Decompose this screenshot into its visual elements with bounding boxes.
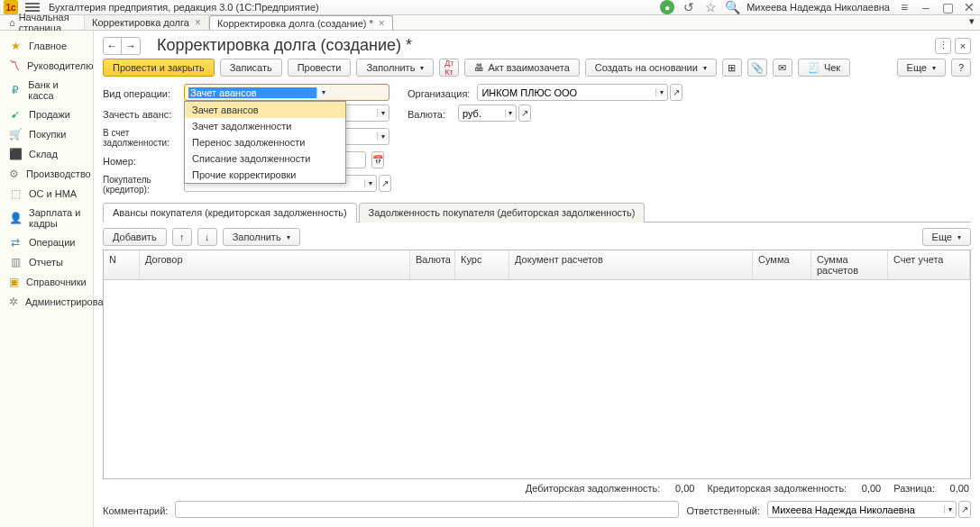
dd-item-transfer[interactable]: Перенос задолженности bbox=[185, 134, 345, 150]
dropdown-caret-icon[interactable]: ▾ bbox=[364, 179, 376, 187]
th-sumcalc[interactable]: Сумма расчетов bbox=[811, 250, 888, 279]
currency-field[interactable]: ▾ bbox=[458, 104, 517, 122]
th-n[interactable]: N bbox=[104, 250, 140, 279]
th-contract[interactable]: Договор bbox=[140, 250, 410, 279]
sidebar-item-purchases[interactable]: 🛒Покупки bbox=[0, 124, 93, 144]
envelope-icon[interactable]: ✉ bbox=[773, 59, 792, 77]
th-sum[interactable]: Сумма bbox=[753, 250, 811, 279]
box-icon: ⬛ bbox=[9, 148, 22, 160]
dd-item-other[interactable]: Прочие корректировки bbox=[185, 167, 345, 183]
tab-close-icon[interactable]: × bbox=[379, 17, 385, 30]
resp-field[interactable]: ▾ bbox=[767, 501, 957, 518]
fill-button[interactable]: Заполнить bbox=[356, 59, 434, 77]
sidebar-item-operations[interactable]: ⇄Операции bbox=[0, 232, 93, 252]
deb-label: Дебиторская задолженность: bbox=[526, 483, 661, 494]
table-fill-button[interactable]: Заполнить bbox=[223, 228, 300, 246]
check-button[interactable]: 🧾Чек bbox=[798, 59, 850, 77]
operation-input[interactable] bbox=[188, 87, 316, 98]
notifications-icon[interactable]: ● bbox=[660, 0, 674, 14]
home-tab[interactable]: ⌂ Начальная страница bbox=[4, 15, 85, 30]
org-field[interactable]: ▾ bbox=[477, 84, 668, 101]
person-icon: 👤 bbox=[9, 212, 22, 224]
open-ref-icon[interactable]: ↗ bbox=[670, 84, 682, 101]
dropdown-caret-icon[interactable]: ▾ bbox=[505, 109, 516, 117]
swap-icon: ⇄ bbox=[9, 236, 22, 249]
close-icon[interactable]: ✕ bbox=[962, 0, 976, 14]
dropdown-caret-icon[interactable]: ▾ bbox=[377, 109, 389, 117]
org-label: Организация: bbox=[408, 86, 470, 99]
dropdown-caret-icon[interactable]: ▾ bbox=[316, 88, 329, 96]
nav-forward-icon[interactable]: → bbox=[122, 38, 140, 54]
sidebar-item-bank[interactable]: ₽Банк и касса bbox=[0, 76, 93, 104]
move-down-icon[interactable]: ↓ bbox=[197, 228, 217, 246]
diff-label: Разница: bbox=[893, 483, 935, 494]
dropdown-caret-icon[interactable]: ▾ bbox=[377, 132, 389, 141]
create-based-button[interactable]: Создать на основании bbox=[585, 59, 717, 77]
move-up-icon[interactable]: ↑ bbox=[172, 228, 192, 246]
home-icon: ⌂ bbox=[9, 17, 15, 28]
tab-doc-2[interactable]: Корректировка долга (создание) * × bbox=[209, 15, 393, 30]
more-button[interactable]: Еще bbox=[897, 59, 946, 77]
open-ref-icon[interactable]: ↗ bbox=[518, 104, 531, 122]
currency-input[interactable] bbox=[463, 108, 505, 119]
save-button[interactable]: Записать bbox=[220, 59, 282, 77]
tab-close-icon[interactable]: × bbox=[195, 16, 201, 29]
table-body[interactable] bbox=[104, 280, 970, 478]
org-input[interactable] bbox=[481, 87, 655, 98]
sidebar-item-warehouse[interactable]: ⬛Склад bbox=[0, 144, 93, 164]
search-icon[interactable]: 🔍 bbox=[725, 0, 739, 14]
dd-item-advance[interactable]: Зачет авансов bbox=[185, 102, 345, 118]
sidebar-item-admin[interactable]: ✲Администрирование bbox=[0, 292, 93, 312]
th-currency[interactable]: Валюта bbox=[410, 250, 455, 279]
dd-item-debt[interactable]: Зачет задолженности bbox=[185, 118, 345, 134]
restore-icon[interactable]: ▢ bbox=[940, 0, 955, 14]
help-icon[interactable]: ? bbox=[951, 59, 971, 77]
sidebar-item-reports[interactable]: ▥Отчеты bbox=[0, 252, 93, 272]
calendar-icon[interactable]: 📅 bbox=[371, 151, 384, 168]
post-button[interactable]: Провести bbox=[288, 59, 352, 77]
table-more-button[interactable]: Еще bbox=[922, 228, 971, 246]
number-label: Номер: bbox=[103, 153, 177, 167]
tab-doc-1[interactable]: Корректировка долга × bbox=[85, 15, 209, 30]
favorite-icon[interactable]: ☆ bbox=[703, 0, 718, 14]
nav-back-icon[interactable]: ← bbox=[104, 38, 122, 54]
open-ref-icon[interactable]: ↗ bbox=[958, 501, 971, 518]
inner-tab-advances[interactable]: Авансы покупателя (кредиторская задолжен… bbox=[103, 203, 357, 223]
history-icon[interactable]: ↺ bbox=[682, 0, 696, 14]
dt-kt-icon[interactable]: ДтКт bbox=[439, 59, 459, 77]
dropdown-caret-icon[interactable]: ▾ bbox=[655, 88, 667, 96]
sidebar-item-salary[interactable]: 👤Зарплата и кадры bbox=[0, 204, 93, 232]
sidebar-item-manager[interactable]: 〽Руководителю bbox=[0, 56, 93, 76]
comment-field[interactable] bbox=[175, 501, 679, 518]
post-and-close-button[interactable]: Провести и закрыть bbox=[103, 59, 215, 77]
comment-input[interactable] bbox=[179, 504, 674, 515]
structure-icon[interactable]: ⊞ bbox=[722, 59, 742, 77]
open-ref-icon[interactable]: ↗ bbox=[379, 175, 391, 192]
receipt-icon: 🧾 bbox=[808, 62, 820, 74]
resp-input[interactable] bbox=[772, 504, 944, 515]
sidebar-item-production[interactable]: ⚙Производство bbox=[0, 164, 93, 184]
sidebar-item-catalogs[interactable]: ▣Справочники bbox=[0, 272, 93, 292]
inner-tab-debt[interactable]: Задолженность покупателя (дебиторская за… bbox=[359, 203, 646, 223]
th-rate[interactable]: Курс bbox=[455, 250, 509, 279]
dd-item-writeoff[interactable]: Списание задолженности bbox=[185, 150, 345, 167]
operation-dropdown: Зачет авансов Зачет задолженности Перено… bbox=[184, 101, 346, 184]
user-name[interactable]: Михеева Надежда Николаевна bbox=[746, 2, 890, 13]
attach-icon[interactable]: 📎 bbox=[747, 59, 767, 77]
settings-icon[interactable]: ≡ bbox=[897, 0, 911, 14]
sidebar-item-main[interactable]: ★Главное bbox=[0, 36, 93, 56]
add-row-button[interactable]: Добавить bbox=[103, 228, 167, 246]
operation-field[interactable]: ▾ Зачет авансов Зачет задолженности Пере… bbox=[184, 84, 389, 101]
cog-icon: ✲ bbox=[9, 295, 18, 308]
sidebar-item-assets[interactable]: ⬚ОС и НМА bbox=[0, 184, 93, 204]
page-title: Корректировка долга (создание) * bbox=[157, 36, 412, 55]
window-close-icon[interactable]: × bbox=[955, 38, 971, 54]
more-actions-icon[interactable]: ⋮ bbox=[935, 38, 951, 54]
dropdown-caret-icon[interactable]: ▾ bbox=[944, 505, 956, 513]
sidebar-item-sales[interactable]: ➹Продажи bbox=[0, 104, 93, 124]
th-doc[interactable]: Документ расчетов bbox=[509, 250, 753, 279]
tabs-more-icon[interactable]: ▾ bbox=[964, 15, 980, 30]
minimize-icon[interactable]: – bbox=[919, 0, 933, 14]
print-act-button[interactable]: 🖶Акт взаимозачета bbox=[464, 59, 579, 77]
th-account[interactable]: Счет учета bbox=[888, 250, 970, 279]
